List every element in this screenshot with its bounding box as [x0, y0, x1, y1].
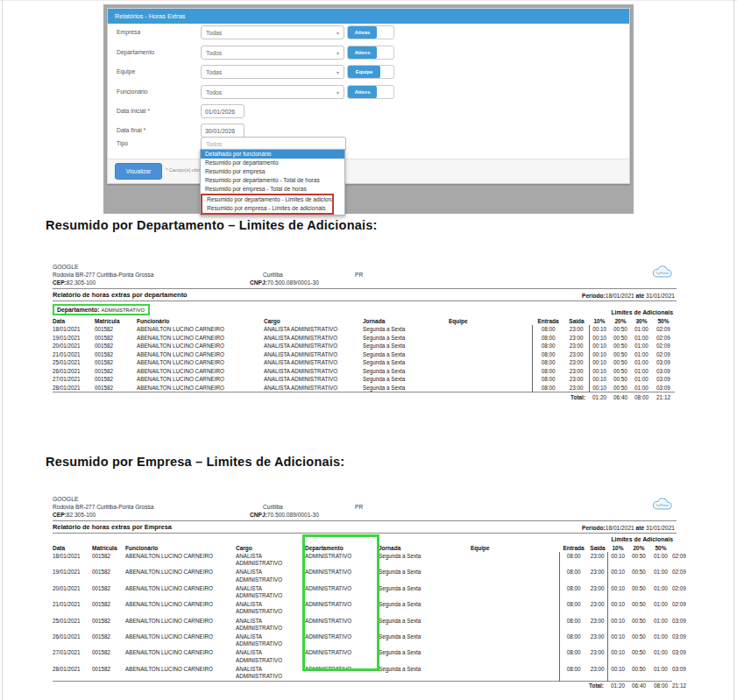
relatorios-panel: Relatórios - Horas Extras Empresa Todas▾… [107, 8, 630, 184]
cell-cargo: ANALISTA ADMINISTRATIVO [264, 350, 363, 359]
total-10: 01:20 [589, 392, 610, 402]
cell-matricula: 001582 [95, 375, 137, 384]
cell-funcionario: ABENAILTON LUCINO CARNEIRO [137, 384, 264, 392]
panel-title: Relatórios - Horas Extras [108, 9, 629, 24]
departamento-ativos-toggle[interactable]: Ativos [347, 46, 394, 60]
app-screenshot: Relatórios - Horas Extras Empresa Todas▾… [103, 4, 634, 214]
cell-saida: 23:00 [588, 648, 607, 664]
cell-entrada: 08:00 [532, 350, 564, 359]
dropdown-option-empresa-limites[interactable]: Resumido por empresa - Limites de adicio… [202, 204, 332, 213]
cell-saida: 23:00 [588, 568, 607, 583]
cell-10: 00:10 [607, 648, 628, 664]
cell-entrada: 08:00 [559, 568, 588, 583]
cell-10: 00:10 [589, 350, 610, 359]
empresa-select[interactable]: Todas▾ [201, 25, 344, 39]
data-final-input[interactable]: 30/01/2026 [201, 124, 244, 138]
panel-footer: Visualizar * Campo(s) obrigatório(s) [108, 159, 629, 183]
heading-resumido-departamento: Resumido por Departamento – Limites de A… [46, 218, 377, 232]
cell-jornada: Segunda a Sexta [363, 342, 449, 350]
equipe-toggle[interactable]: Equipe [347, 65, 394, 79]
chevron-down-icon: ▾ [337, 46, 339, 60]
period-start: 18/01/2021 [606, 293, 634, 299]
cell-departamento: ADMINISTRATIVO [305, 648, 379, 664]
dropdown-option-detalhado-funcionario[interactable]: Detalhado por funcionário [201, 150, 344, 159]
cell-matricula: 001582 [95, 367, 137, 376]
col-data: Data [53, 317, 95, 325]
form-row-funcionario: Funcionário Todos▾ Ativos [108, 85, 629, 100]
data-inicial-label: Data inicial * [117, 108, 150, 114]
data-inicial-input[interactable]: 01/01/2026 [201, 104, 244, 118]
cell-20: 00:50 [610, 334, 631, 343]
dropdown-option-departamento-total-horas[interactable]: Resumido por departamento - Total de hor… [201, 176, 344, 185]
cell-matricula: 001582 [92, 665, 125, 682]
form-row-departamento: Departamento Todos▾ Ativos [108, 46, 629, 60]
cell-cargo: ANALISTA ADMINISTRATIVO [264, 375, 363, 384]
cell-funcionario: ABENAILTON LUCINO CARNEIRO [137, 375, 264, 384]
report-title: Relatório de horas extras por Empresa [53, 523, 172, 531]
dropdown-option-resumido-departamento[interactable]: Resumido por departamento [201, 159, 344, 167]
total-spacer [53, 392, 532, 402]
total-label: Total: [559, 682, 607, 691]
cell-equipe [449, 367, 532, 376]
dropdown-option-departamento-limites[interactable]: Resumido por departamento - Limites de a… [202, 195, 332, 204]
toggle-on-label: Equipe [348, 66, 380, 78]
cell-data: 25/01/2021 [53, 358, 95, 367]
department-value: ADMINISTRATIVO [101, 308, 145, 313]
cell-equipe [449, 384, 532, 392]
company-state: PR [355, 503, 677, 511]
table-row: 21/01/2021 001582 ABENAILTON LUCINO CARN… [53, 350, 675, 359]
chevron-down-icon: ▾ [337, 66, 339, 80]
page-right-border [733, 0, 734, 700]
cell-30: 01:00 [631, 384, 652, 392]
cell-20: 00:50 [628, 600, 649, 616]
heading-resumido-empresa: Resumido por Empresa – Limites de Adicio… [46, 455, 344, 469]
cell-50: 02:09 [652, 342, 675, 350]
equipe-select[interactable]: Todas▾ [201, 65, 344, 79]
cell-50: 03:09 [652, 367, 675, 376]
cell-jornada: Segunda a Sexta [379, 584, 471, 600]
cep-label: CEP: [53, 512, 67, 518]
cell-cargo: ANALISTA ADMINISTRATIVO [264, 325, 363, 334]
cell-equipe [471, 568, 559, 583]
cell-jornada: Segunda a Sexta [363, 367, 449, 376]
cell-saida: 23:00 [564, 334, 589, 343]
col-30: 30% [631, 317, 652, 325]
period-label: Período: [582, 525, 606, 531]
funcionario-select[interactable]: Todos▾ [201, 85, 344, 99]
cell-30: 01:00 [631, 375, 652, 384]
topponto-cloud-logo: TopPonto [650, 497, 675, 513]
visualizar-button[interactable]: Visualizar [115, 163, 162, 180]
cell-funcionario: ABENAILTON LUCINO CARNEIRO [125, 648, 236, 664]
page-left-border [2, 0, 3, 700]
company-header: GOOGLE Rodovia BR-277 Curitiba-Ponta Gro… [53, 495, 677, 519]
total-label: Total: [532, 392, 589, 402]
departamento-select[interactable]: Todos▾ [201, 46, 344, 60]
cell-jornada: Segunda a Sexta [379, 633, 471, 648]
cell-cargo: ANALISTA ADMINISTRATIVO [264, 334, 363, 343]
cell-20: 00:50 [628, 568, 649, 583]
cep-label: CEP: [53, 279, 67, 286]
company-state: PR [355, 271, 677, 279]
dropdown-option-empresa-total-horas[interactable]: Resumido por empresa - Total de horas [201, 185, 344, 194]
cell-funcionario: ABENAILTON LUCINO CARNEIRO [125, 552, 236, 568]
cell-equipe [449, 375, 532, 384]
cell-10: 00:10 [607, 552, 628, 568]
cell-saida: 23:00 [588, 600, 607, 616]
funcionario-ativos-toggle[interactable]: Ativos [347, 85, 394, 99]
form-row-data-inicial: Data inicial * 01/01/2026 [108, 104, 629, 119]
toggle-on-label: Ativos [348, 46, 377, 59]
cell-jornada: Segunda a Sexta [379, 617, 471, 633]
cell-entrada: 08:00 [559, 665, 588, 682]
cell-50: 03:09 [652, 375, 675, 384]
empresa-ativas-toggle[interactable]: Ativas [347, 25, 394, 39]
cell-entrada: 08:00 [559, 617, 588, 633]
empresa-label: Empresa [117, 29, 140, 35]
cell-equipe [449, 325, 532, 334]
report-table: Data Matrícula Funcionário Cargo Jornada… [53, 317, 675, 402]
cell-50: 03:09 [652, 384, 675, 392]
table-row: 20/01/2021 001582 ABENAILTON LUCINO CARN… [53, 342, 675, 350]
col-matricula: Matrícula [95, 317, 137, 325]
dropdown-option-resumido-empresa[interactable]: Resumido por empresa [201, 167, 344, 176]
cell-cargo: ANALISTA ADMINISTRATIVO [236, 617, 305, 633]
cell-matricula: 001582 [92, 568, 125, 583]
